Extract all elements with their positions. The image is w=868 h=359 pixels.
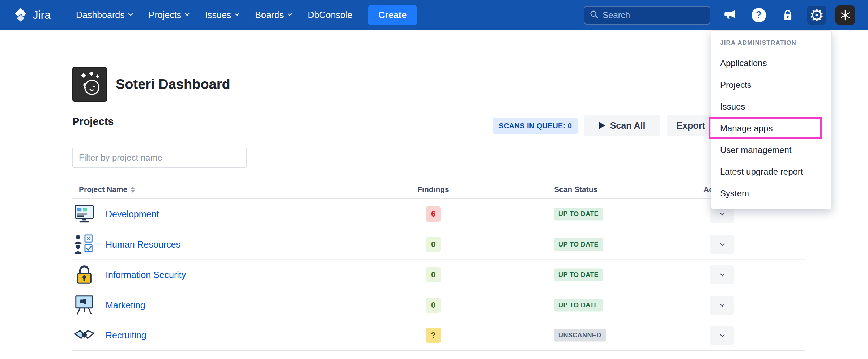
- table-row: Human Resources 0 UP TO DATE: [72, 229, 805, 260]
- column-project-name-label: Project Name: [79, 185, 127, 194]
- column-project-name[interactable]: Project Name: [79, 185, 135, 194]
- menu-item-projects[interactable]: Projects: [711, 74, 831, 96]
- status-badge: UP TO DATE: [554, 268, 603, 281]
- lock-icon[interactable]: [778, 6, 797, 25]
- marketing-icon: [73, 294, 95, 316]
- nav-dbconsole-label: DbConsole: [308, 10, 353, 20]
- table-row: Information Security 0 UP TO DATE: [72, 260, 805, 290]
- nav-dbconsole[interactable]: DbConsole: [308, 10, 353, 20]
- nav-projects[interactable]: Projects: [149, 10, 188, 20]
- nav-dashboards-label: Dashboards: [76, 10, 125, 20]
- chevron-down-icon: [128, 11, 133, 16]
- jira-home-link[interactable]: Jira: [13, 7, 51, 23]
- findings-badge: 0: [426, 267, 441, 282]
- jira-administration-menu: JIRA ADMINISTRATION Applications Project…: [711, 30, 832, 209]
- status-badge: UP TO DATE: [554, 208, 603, 220]
- chevron-down-icon: [287, 11, 292, 16]
- nav-dashboards[interactable]: Dashboards: [76, 10, 132, 20]
- development-icon: [73, 203, 95, 225]
- nav-boards-label: Boards: [255, 10, 284, 20]
- row-actions-button[interactable]: [710, 265, 734, 284]
- information-security-icon: [73, 264, 95, 286]
- human-resources-icon: [73, 233, 95, 256]
- scans-in-queue-badge: SCANS IN QUEUE: 0: [493, 118, 578, 134]
- project-link-recruiting[interactable]: Recruiting: [106, 330, 146, 341]
- row-actions-button[interactable]: [710, 235, 734, 254]
- menu-item-user-management[interactable]: User management: [711, 139, 831, 161]
- export-label: Export: [676, 120, 705, 131]
- table-row: Development 6 UP TO DATE: [72, 199, 805, 229]
- table-header: Project Name Findings Scan Status Action…: [72, 183, 805, 198]
- nav-projects-label: Projects: [149, 10, 181, 20]
- help-icon[interactable]: ?: [749, 6, 768, 25]
- play-icon: [599, 122, 605, 129]
- manage-apps-label: Manage apps: [720, 123, 773, 133]
- search-input[interactable]: [603, 10, 715, 20]
- column-findings: Findings: [408, 185, 459, 194]
- primary-nav: Dashboards Projects Issues Boards DbCons…: [76, 10, 352, 20]
- status-badge: UNSCANNED: [554, 329, 606, 342]
- row-actions-button[interactable]: [710, 296, 734, 315]
- chevron-down-icon: [185, 11, 190, 16]
- gear-glyph: ⚙: [809, 7, 824, 23]
- chevron-down-icon: [720, 332, 724, 337]
- status-badge: UP TO DATE: [554, 238, 603, 251]
- search-box[interactable]: [584, 6, 710, 25]
- project-link-marketing[interactable]: Marketing: [106, 300, 145, 310]
- findings-badge: 6: [426, 206, 441, 222]
- menu-item-latest-upgrade-report[interactable]: Latest upgrade report: [711, 161, 831, 183]
- scan-all-label: Scan All: [610, 120, 646, 131]
- findings-badge: 0: [426, 298, 441, 313]
- nav-issues[interactable]: Issues: [205, 10, 238, 20]
- project-link-development[interactable]: Development: [106, 209, 159, 219]
- project-link-human-resources[interactable]: Human Resources: [106, 239, 180, 249]
- project-filter-input[interactable]: [72, 148, 247, 168]
- chevron-down-icon: [720, 272, 724, 276]
- question-mark: ?: [752, 8, 766, 22]
- findings-badge: 0: [426, 237, 441, 252]
- create-button[interactable]: Create: [368, 5, 417, 25]
- chevron-down-icon: [235, 11, 239, 16]
- admin-menu-header: JIRA ADMINISTRATION: [711, 37, 831, 52]
- table-row: Marketing 0 UP TO DATE: [72, 290, 805, 320]
- chevron-down-icon: [720, 241, 724, 246]
- table-row: Recruiting ? UNSCANNED: [72, 320, 805, 351]
- brand-label: Jira: [33, 9, 51, 22]
- recruiting-icon: [73, 324, 95, 347]
- chevron-down-icon: [720, 211, 724, 215]
- column-scan-status: Scan Status: [554, 185, 597, 194]
- sort-icon[interactable]: [131, 187, 135, 193]
- settings-gear-icon[interactable]: ⚙: [807, 6, 826, 25]
- status-badge: UP TO DATE: [554, 299, 603, 311]
- jira-logo-icon: [13, 7, 28, 23]
- section-title: Projects: [72, 116, 114, 128]
- user-avatar[interactable]: [835, 5, 855, 25]
- page-title: Soteri Dashboard: [116, 67, 230, 102]
- menu-item-issues[interactable]: Issues: [711, 96, 831, 117]
- export-button[interactable]: Export: [667, 115, 714, 136]
- topbar: Jira Dashboards Projects Issues Boards D…: [0, 0, 868, 30]
- announcement-icon[interactable]: [720, 6, 739, 25]
- menu-item-system[interactable]: System: [711, 183, 831, 204]
- search-icon: [590, 10, 599, 21]
- menu-item-applications[interactable]: Applications: [711, 52, 831, 74]
- nav-boards[interactable]: Boards: [255, 10, 291, 20]
- scan-all-button[interactable]: Scan All: [584, 115, 660, 136]
- findings-badge: ?: [426, 328, 441, 343]
- chevron-down-icon: [720, 302, 724, 307]
- row-actions-button[interactable]: [710, 326, 734, 345]
- project-link-information-security[interactable]: Information Security: [106, 269, 186, 280]
- menu-item-manage-apps[interactable]: Manage apps: [711, 117, 831, 139]
- project-table: Development 6 UP TO DATE Human Resources…: [72, 199, 805, 351]
- soteri-logo: [72, 67, 107, 102]
- nav-issues-label: Issues: [205, 10, 231, 20]
